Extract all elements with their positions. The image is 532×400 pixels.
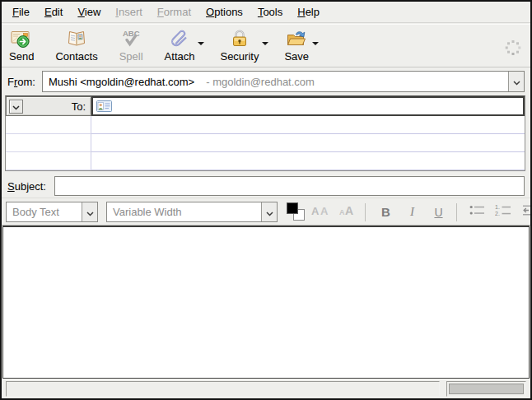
address-type-cell-empty[interactable] <box>6 134 91 152</box>
from-identity-email: - mgoldin@redhat.com <box>206 76 315 88</box>
toolbar-separator <box>365 203 366 221</box>
svg-text:A: A <box>320 205 329 217</box>
save-button-face[interactable]: Save <box>278 26 315 63</box>
font-select-value: Variable Width <box>107 202 261 221</box>
bullet-list-icon <box>469 203 487 221</box>
recipient-type-label: To: <box>72 100 88 113</box>
numbered-list-button[interactable]: 1. 2. <box>492 202 516 223</box>
address-row-empty <box>6 134 525 152</box>
security-button-face[interactable]: Security <box>214 26 264 63</box>
attach-icon <box>169 28 190 49</box>
menu-bar: FileEditViewInsertFormatOptionsToolsHelp <box>2 2 530 23</box>
svg-text:A: A <box>345 204 353 217</box>
message-body[interactable] <box>2 226 530 379</box>
from-row: From: Mushi <mgoldin@redhat.com> - mgold… <box>2 69 530 94</box>
status-message <box>6 381 440 397</box>
bullet-list-button[interactable] <box>465 202 489 223</box>
spell-icon: ABC <box>120 28 142 49</box>
chevron-down-icon <box>12 99 20 114</box>
address-row-empty <box>6 152 525 170</box>
italic-icon: I <box>410 205 414 219</box>
attach-button-face[interactable]: Attach <box>159 26 201 63</box>
menu-options[interactable]: Options <box>198 2 250 22</box>
subject-row: Subject: <box>2 174 530 198</box>
outdent-button[interactable] <box>518 202 532 223</box>
svg-text:ABC: ABC <box>123 29 140 38</box>
menu-view[interactable]: View <box>70 2 108 22</box>
recipient-type-dropdown[interactable] <box>9 100 23 114</box>
security-button[interactable]: Security <box>214 26 268 63</box>
status-bar <box>2 379 530 398</box>
format-toolbar: Body Text Variable Width A <box>2 198 530 226</box>
menu-tools[interactable]: Tools <box>250 2 290 22</box>
paragraph-style-dropdown[interactable] <box>82 202 97 221</box>
text-color-picker[interactable] <box>287 202 306 222</box>
address-empty-rows <box>6 116 525 170</box>
main-toolbar: SendContactsABCSpellAttachSecuritySave <box>2 24 530 67</box>
paragraph-style-select[interactable]: Body Text <box>6 202 98 222</box>
menu-file[interactable]: File <box>5 2 37 22</box>
security-icon <box>229 28 250 49</box>
progress-bar <box>446 381 526 397</box>
address-value-cell-empty[interactable] <box>91 152 525 170</box>
send-icon <box>11 28 32 49</box>
paragraph-style-value: Body Text <box>7 202 82 221</box>
attach-button-label: Attach <box>165 50 195 63</box>
address-value-cell-empty[interactable] <box>91 116 525 134</box>
address-value-cell-empty[interactable] <box>91 134 525 152</box>
increase-font-button: A A <box>335 202 359 223</box>
menu-insert: Insert <box>108 2 150 22</box>
svg-text:2.: 2. <box>495 211 500 216</box>
bold-button[interactable]: B <box>374 202 398 223</box>
contacts-button-face[interactable]: Contacts <box>49 26 103 63</box>
subject-input[interactable] <box>54 176 525 196</box>
address-type-cell-empty[interactable] <box>6 116 91 134</box>
attach-dropdown-arrow[interactable] <box>198 42 204 45</box>
svg-text:A: A <box>339 208 345 216</box>
toolbar-separator <box>456 203 457 221</box>
throbber-icon <box>504 39 522 57</box>
from-dropdown-button[interactable] <box>508 72 524 91</box>
send-button-label: Send <box>9 50 34 63</box>
recipient-type-button[interactable]: To: <box>6 96 91 116</box>
menu-format: Format <box>150 2 198 22</box>
subject-label: Subject: <box>7 180 46 193</box>
font-select[interactable]: Variable Width <box>106 202 278 222</box>
compose-window: FileEditViewInsertFormatOptionsToolsHelp… <box>0 0 532 400</box>
chevron-down-icon <box>266 205 273 220</box>
font-select-dropdown[interactable] <box>261 202 277 221</box>
decrease-font-button: A A <box>309 202 333 223</box>
security-button-label: Security <box>220 50 259 63</box>
foreground-color-swatch[interactable] <box>287 202 298 214</box>
from-identity-text: Mushi <mgoldin@redhat.com> - mgoldin@red… <box>43 72 508 91</box>
save-button[interactable]: Save <box>278 26 319 63</box>
contact-card-icon <box>96 100 112 112</box>
send-button[interactable]: Send <box>3 26 40 63</box>
svg-text:A: A <box>311 205 320 217</box>
recipient-row: To: <box>6 96 525 116</box>
address-type-cell-empty[interactable] <box>6 152 91 170</box>
recipient-input[interactable] <box>91 96 525 116</box>
underline-icon: U <box>434 206 442 219</box>
from-identity-name: Mushi <mgoldin@redhat.com> <box>49 76 194 88</box>
svg-text:1.: 1. <box>495 204 500 210</box>
italic-button[interactable]: I <box>400 202 424 223</box>
decrease-font-icon: A A <box>310 202 332 222</box>
from-label: From: <box>7 76 35 88</box>
save-dropdown-arrow[interactable] <box>312 42 319 45</box>
menu-help[interactable]: Help <box>290 2 327 22</box>
chevron-down-icon <box>86 205 94 220</box>
from-identity-select[interactable]: Mushi <mgoldin@redhat.com> - mgoldin@red… <box>42 71 525 92</box>
contacts-button[interactable]: Contacts <box>49 26 103 63</box>
menu-edit[interactable]: Edit <box>37 2 70 22</box>
security-dropdown-arrow[interactable] <box>262 42 268 45</box>
address-row-empty <box>6 116 525 134</box>
chevron-down-icon <box>513 74 520 89</box>
contacts-icon <box>66 28 87 49</box>
send-button-face[interactable]: Send <box>3 26 40 63</box>
save-button-label: Save <box>284 50 309 63</box>
underline-button[interactable]: U <box>427 202 450 223</box>
numbered-list-icon: 1. 2. <box>495 203 513 221</box>
addressing-area: To: <box>5 95 525 171</box>
attach-button[interactable]: Attach <box>159 26 205 63</box>
